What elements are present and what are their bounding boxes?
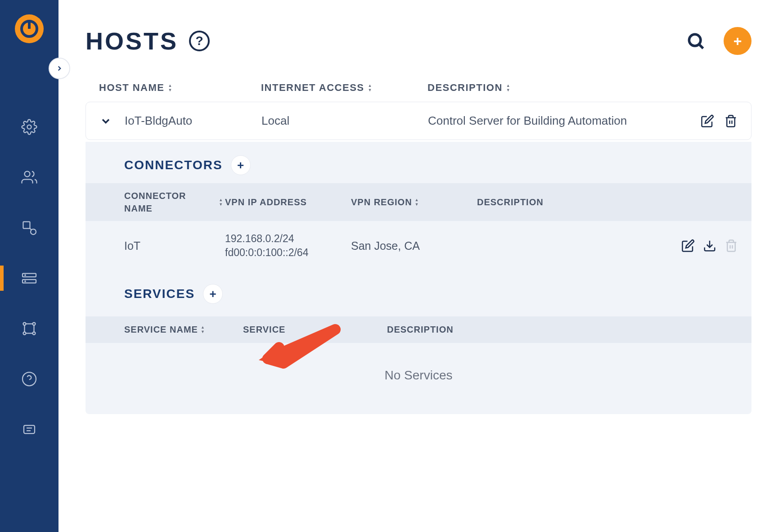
column-service-name[interactable]: SERVICE NAME: [99, 325, 243, 335]
logs-icon: [21, 421, 37, 437]
svg-point-10: [33, 323, 36, 325]
users-icon: [21, 169, 37, 185]
search-icon[interactable]: [686, 31, 706, 51]
download-icon[interactable]: [703, 239, 716, 252]
network-icon: [21, 220, 37, 236]
services-table-header: SERVICE NAME SERVICE DESCRIPTION: [86, 316, 752, 343]
sort-icon[interactable]: [368, 84, 374, 92]
svg-point-8: [25, 281, 26, 282]
expand-sidebar-button[interactable]: [49, 58, 70, 79]
hosts-icon: [21, 270, 37, 286]
connectors-section-header: CONNECTORS +: [86, 142, 752, 183]
main-content: HOSTS ? + HOST NAME INTERNET ACCESS DESC…: [58, 0, 783, 432]
delete-icon: [724, 239, 738, 252]
delete-icon[interactable]: [724, 114, 738, 128]
edit-icon[interactable]: [701, 114, 714, 128]
sidebar: [0, 0, 58, 532]
column-vpn-ip: VPN IP ADDRESS: [225, 189, 351, 215]
sort-icon[interactable]: [168, 84, 175, 92]
add-host-button[interactable]: +: [724, 27, 752, 55]
column-description[interactable]: DESCRIPTION: [428, 82, 738, 94]
nav-networks[interactable]: [0, 215, 58, 240]
nav-users[interactable]: [0, 165, 58, 190]
host-details-panel: CONNECTORS + CONNECTOR NAME VPN IP ADDRE…: [86, 142, 752, 414]
svg-point-0: [27, 125, 32, 129]
sort-icon[interactable]: [506, 84, 513, 92]
connector-region: San Jose, CA: [351, 239, 477, 252]
sort-icon[interactable]: [415, 198, 421, 207]
connector-ip: 192.168.0.2/24fd00:0:0:100::2/64: [225, 232, 351, 260]
svg-point-3: [31, 229, 36, 234]
svg-line-23: [700, 45, 703, 49]
nav-settings[interactable]: [0, 114, 58, 140]
column-connector-description: DESCRIPTION: [477, 189, 738, 215]
svg-point-9: [23, 323, 26, 325]
nav-help[interactable]: [0, 366, 58, 392]
sort-icon[interactable]: [201, 325, 207, 334]
host-row: IoT-BldgAuto Local Control Server for Bu…: [86, 102, 752, 140]
nav-logs[interactable]: [0, 417, 58, 442]
host-internet-access: Local: [261, 114, 428, 128]
help-icon: [21, 371, 37, 387]
column-internet[interactable]: INTERNET ACCESS: [261, 82, 428, 94]
column-service: SERVICE: [243, 325, 387, 335]
svg-point-1: [25, 171, 30, 177]
host-description: Control Server for Building Automation: [428, 113, 701, 129]
services-section-header: SERVICES +: [86, 271, 752, 312]
logo: [15, 14, 44, 43]
column-connector-name[interactable]: CONNECTOR NAME: [99, 189, 225, 215]
no-services-message: No Services: [86, 343, 752, 414]
column-hostname[interactable]: HOST NAME: [99, 82, 261, 94]
column-service-description: DESCRIPTION: [387, 325, 738, 335]
svg-line-4: [30, 229, 32, 230]
svg-point-17: [22, 372, 36, 386]
svg-point-11: [23, 332, 26, 335]
services-title: SERVICES: [124, 287, 195, 301]
page-header: HOSTS ? +: [86, 27, 752, 55]
connector-name: IoT: [99, 239, 225, 252]
nav-hosts[interactable]: [0, 266, 58, 291]
gear-icon: [21, 119, 37, 135]
nav-topology[interactable]: [0, 316, 58, 341]
add-connector-button[interactable]: +: [231, 155, 251, 175]
svg-rect-2: [23, 222, 30, 229]
sort-icon[interactable]: [219, 198, 225, 207]
page-title: HOSTS: [86, 27, 178, 55]
topology-icon: [21, 320, 37, 337]
add-service-button[interactable]: +: [203, 284, 223, 304]
chevron-down-icon[interactable]: [99, 115, 112, 127]
host-name: IoT-BldgAuto: [125, 114, 261, 128]
connectors-table-header: CONNECTOR NAME VPN IP ADDRESS VPN REGION…: [86, 183, 752, 221]
connector-row: IoT 192.168.0.2/24fd00:0:0:100::2/64 San…: [86, 221, 752, 271]
svg-point-22: [689, 34, 701, 46]
column-vpn-region[interactable]: VPN REGION: [351, 189, 477, 215]
svg-rect-19: [24, 425, 35, 433]
connectors-title: CONNECTORS: [124, 158, 223, 172]
page-help-button[interactable]: ?: [189, 31, 210, 51]
svg-point-7: [25, 275, 26, 276]
edit-icon[interactable]: [681, 239, 695, 252]
hosts-table-header: HOST NAME INTERNET ACCESS DESCRIPTION: [86, 82, 752, 102]
svg-point-12: [33, 332, 36, 335]
